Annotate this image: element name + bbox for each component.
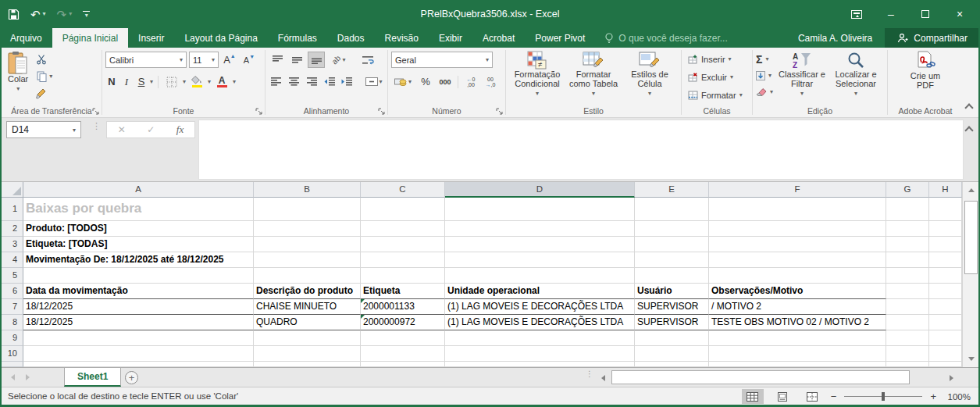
previous-sheet-button[interactable] [11,374,15,380]
cell-F9[interactable] [709,330,886,346]
cell-H8[interactable] [929,315,962,330]
cell-B9[interactable] [254,330,361,346]
font-size-select[interactable]: 11▾ [189,52,219,68]
cell-partial-H[interactable] [929,362,962,367]
cell-H4[interactable] [929,252,962,268]
cell-A4[interactable]: Movimentação De: 18/12/2025 até 18/12/20… [23,252,254,268]
row-header-7[interactable]: 7 [2,299,23,315]
cell-C8[interactable]: 2000000972 [361,315,445,330]
orientation-button[interactable]: ab▾ [327,52,351,68]
cell-E2[interactable] [635,221,709,237]
cancel-button[interactable]: ✕ [118,124,126,135]
cell-B8[interactable]: QUADRO [254,315,361,330]
column-header-A[interactable]: A [23,182,254,198]
comma-style-button[interactable]: 000 [437,73,454,90]
scroll-up-button[interactable] [964,184,978,197]
cell-G2[interactable] [886,221,929,237]
autosum-button[interactable]: Σ▾ [756,52,773,66]
clipboard-dialog-launcher[interactable] [92,108,99,115]
cell-B3[interactable] [254,237,361,252]
formula-input[interactable] [198,120,964,180]
cell-B7[interactable]: CHAISE MINUETO [254,299,361,315]
cell-D6[interactable]: Unidade operacional [445,284,635,299]
sort-filter-button[interactable]: AZ Classificar e Filtrar ▾ [777,51,827,99]
accounting-format-button[interactable]: ▾ [391,73,415,90]
cell-B4[interactable] [254,252,361,268]
cell-C6[interactable]: Etiqueta [361,284,445,299]
row-header-5[interactable]: 5 [2,268,23,284]
cell-D4[interactable] [445,252,635,268]
cell-F7[interactable]: / MOTIVO 2 [709,299,886,315]
column-header-D[interactable]: D [445,182,635,198]
cut-button[interactable] [33,51,50,67]
cell-C4[interactable] [361,252,445,268]
zoom-slider[interactable] [844,396,922,397]
alignment-dialog-launcher[interactable] [378,108,385,115]
borders-button[interactable] [163,73,180,90]
row-header-4[interactable]: 4 [2,252,23,268]
cell-A10[interactable] [23,346,254,362]
tab-inserir[interactable]: Inserir [128,28,174,48]
number-dialog-launcher[interactable] [496,108,503,115]
column-header-B[interactable]: B [254,182,361,198]
zoom-level[interactable]: 100% [944,392,971,402]
cell-H6[interactable] [929,284,962,299]
cell-B6[interactable]: Descrição do produto [254,284,361,299]
tab-revisao[interactable]: Revisão [375,28,429,48]
page-break-view-button[interactable] [801,389,823,404]
cell-A1[interactable]: Baixas por quebra [23,198,254,221]
tab-formulas[interactable]: Fórmulas [268,28,327,48]
find-select-button[interactable]: Localizar e Selecionar ▾ [831,51,881,99]
scroll-right-button[interactable] [945,371,958,384]
cell-A9[interactable] [23,330,254,346]
collapse-formula-bar-button[interactable] [966,127,972,134]
cell-F8[interactable]: TESTE OBS MOTIVO 02 / MOTIVO 2 [709,315,886,330]
minimize-button[interactable]: – [874,0,908,28]
font-color-button[interactable]: A [213,73,230,90]
cell-H10[interactable] [929,346,962,362]
tab-arquivo[interactable]: Arquivo [0,28,52,48]
fill-button[interactable]: ▾ [756,68,773,83]
cell-D8[interactable]: (1) LAG MOVEIS E DECORAÇÕES LTDA [445,315,635,330]
zoom-in-button[interactable]: + [930,391,936,402]
tab-power-pivot[interactable]: Power Pivot [525,28,595,48]
cell-E10[interactable] [635,346,709,362]
cell-F10[interactable] [709,346,886,362]
horizontal-scrollbar-thumb[interactable] [611,370,910,384]
cell-G1[interactable] [886,198,929,221]
row-header-6[interactable]: 6 [2,284,23,299]
ribbon-display-options-button[interactable] [839,0,874,28]
cell-A2[interactable]: Produto: [TODOS] [23,221,254,237]
new-sheet-button[interactable]: + [125,371,138,384]
bold-button[interactable]: N [105,73,118,90]
normal-view-button[interactable] [742,389,764,404]
cell-F2[interactable] [709,221,886,237]
column-header-H[interactable]: H [929,182,962,198]
cell-F6[interactable]: Observações/Motivo [709,284,886,299]
cell-C7[interactable]: 2000001133 [361,299,445,315]
format-cells-button[interactable]: Formatar▾ [688,87,749,103]
cell-C9[interactable] [361,330,445,346]
fill-color-button[interactable] [188,73,205,90]
page-layout-view-button[interactable] [772,389,793,404]
cell-partial-D[interactable] [445,362,635,367]
cell-G4[interactable] [886,252,929,268]
merge-center-button[interactable]: ▾ [363,73,384,90]
align-bottom-button[interactable] [308,52,325,68]
align-right-button[interactable] [304,73,319,90]
cell-F4[interactable] [709,252,886,268]
cell-C10[interactable] [361,346,445,362]
zoom-out-button[interactable]: − [831,391,837,402]
cell-partial-F[interactable] [709,362,886,367]
italic-button[interactable]: I [120,73,133,90]
cell-A6[interactable]: Data da movimentação [23,284,254,299]
close-button[interactable]: × [943,0,977,28]
cell-partial-B[interactable] [254,362,361,367]
paste-button[interactable]: Colar ▾ [8,51,28,102]
align-center-button[interactable] [287,73,302,90]
clear-button[interactable]: ▾ [756,84,773,99]
scroll-left-button[interactable] [597,371,610,384]
delete-cells-button[interactable]: Excluir▾ [688,69,749,85]
select-all-button[interactable] [2,182,23,198]
collapse-ribbon-button[interactable] [966,105,972,111]
